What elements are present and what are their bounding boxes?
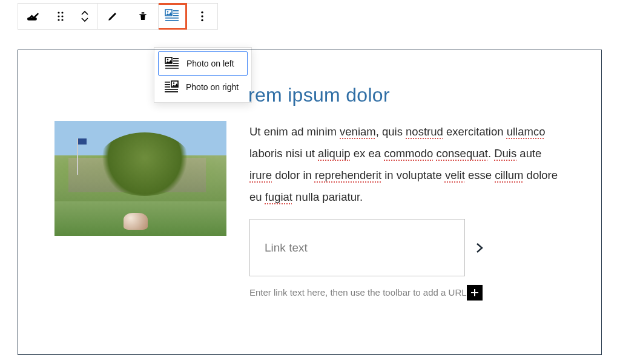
svg-point-0 [58, 11, 59, 13]
add-block-button[interactable] [467, 285, 483, 301]
move-updown-icon[interactable] [73, 4, 97, 29]
svg-point-14 [201, 11, 203, 13]
svg-rect-13 [165, 20, 179, 21]
toolbar-group-1 [18, 3, 97, 30]
svg-point-5 [61, 19, 63, 21]
svg-point-2 [58, 15, 59, 17]
svg-point-3 [61, 15, 63, 17]
link-text-input[interactable]: Link text [249, 219, 465, 276]
trash-icon[interactable] [128, 4, 158, 29]
link-helper-row: Enter link text here, then use the toolb… [249, 284, 565, 301]
block-type-icon[interactable] [18, 4, 48, 29]
toolbar-group-2 [97, 3, 159, 30]
chevron-right-icon[interactable] [465, 219, 494, 276]
svg-point-15 [201, 15, 203, 17]
editor-block: rem ipsum dolor Ut enim ad minim veniam,… [18, 50, 602, 355]
block-image[interactable] [54, 121, 226, 236]
svg-point-16 [201, 19, 203, 21]
link-helper-text: Enter link text here, then use the toolb… [249, 284, 467, 301]
svg-point-4 [58, 19, 59, 21]
edit-icon[interactable] [97, 4, 128, 29]
more-options-icon[interactable] [187, 4, 217, 29]
svg-rect-11 [173, 15, 179, 16]
link-row: Link text [249, 219, 565, 276]
toolbar-group-more [187, 3, 218, 30]
block-content: Ut enim ad minim veniam, quis nostrud ex… [249, 121, 565, 302]
block-title[interactable]: rem ipsum dolor [248, 84, 565, 106]
toolbar-group-alignment [159, 3, 187, 30]
block-paragraph[interactable]: Ut enim ad minim veniam, quis nostrud ex… [249, 121, 565, 208]
svg-rect-12 [165, 18, 179, 19]
block-toolbar [18, 3, 218, 30]
svg-point-1 [61, 11, 63, 13]
photo-alignment-icon[interactable] [159, 5, 185, 27]
block-row: Ut enim ad minim veniam, quis nostrud ex… [54, 121, 565, 302]
svg-rect-10 [173, 13, 179, 14]
svg-rect-9 [173, 10, 179, 11]
svg-point-8 [167, 11, 168, 12]
svg-rect-6 [142, 12, 145, 13]
drag-handle-icon[interactable] [48, 4, 73, 29]
